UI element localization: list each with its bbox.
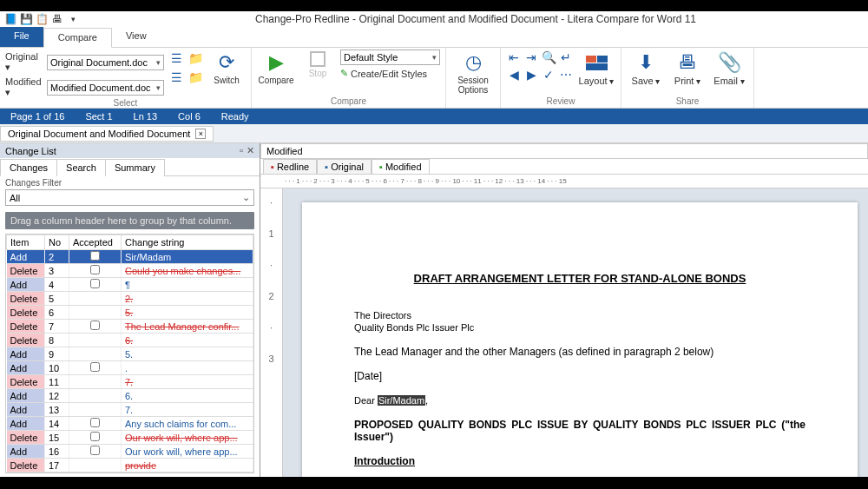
qat-dropdown-icon[interactable]: ▾ — [66, 12, 80, 26]
folder-icon-2[interactable]: 📁 — [187, 69, 204, 86]
save-icon[interactable]: 💾 — [19, 12, 33, 26]
original-icon: ▪ — [325, 162, 328, 172]
next-icon[interactable]: ▶ — [523, 67, 539, 83]
doc-para: The DirectorsQuality Bonds Plc Issuer Pl… — [354, 309, 806, 334]
view-redline[interactable]: ▪Redline — [263, 159, 317, 174]
select-group-label: Select — [114, 98, 138, 109]
goto-icon[interactable]: ↵ — [558, 50, 574, 65]
prev-change-icon[interactable]: ⇤ — [506, 50, 522, 65]
status-ready: Ready — [211, 111, 260, 122]
compare-group-label: Compare — [331, 96, 366, 108]
table-row[interactable]: Add2Sir/Madam — [7, 250, 253, 264]
print-button[interactable]: 🖶 Print ▾ — [668, 50, 707, 86]
accept-checkbox[interactable] — [90, 251, 100, 261]
tab-compare[interactable]: Compare — [43, 28, 112, 48]
doc-heading: DRAFT ARRANGEMENT LETTER FOR STAND-ALONE… — [354, 272, 806, 285]
accept-checkbox[interactable] — [90, 446, 100, 455]
download-icon: ⬇ — [635, 51, 657, 74]
changes-grid[interactable]: Item No Accepted Change string Add2Sir/M… — [5, 234, 254, 473]
col-no[interactable]: No — [45, 235, 69, 250]
doc-para: PROPOSED QUALITY BONDS PLC ISSUE BY QUAL… — [354, 419, 806, 443]
switch-icon: ⟳ — [215, 51, 238, 74]
modified-doc-select[interactable]: Modified Document.doc — [47, 80, 164, 96]
preview-header: Modified — [260, 143, 868, 159]
tab-search[interactable]: Search — [56, 159, 106, 176]
style-select[interactable]: Default Style — [340, 50, 440, 65]
status-sect: Sect 1 — [75, 111, 122, 122]
original-doc-select[interactable]: Original Document.doc — [47, 55, 164, 70]
tab-changes[interactable]: Changes — [0, 159, 57, 176]
gauge-icon: ◷ — [462, 51, 484, 74]
session-options-button[interactable]: ◷ Session Options — [451, 50, 495, 95]
share-group-label: Share — [676, 96, 700, 108]
stop-icon — [310, 51, 326, 67]
table-row[interactable]: Add126. — [7, 389, 253, 403]
preview-panel: Modified ▪Redline ▪Original ▪Modified · … — [260, 143, 868, 489]
review-nav: ⇤ ⇥ 🔍 ↵ ◀ ▶ ✓ ⋯ — [506, 50, 574, 83]
accept-checkbox[interactable] — [90, 362, 100, 372]
filter-select[interactable]: All — [5, 189, 254, 206]
table-row[interactable]: Add137. — [7, 403, 253, 417]
clipboard-icon[interactable]: 📋 — [35, 12, 49, 26]
accept-checkbox[interactable] — [90, 279, 100, 288]
accept-checkbox[interactable] — [90, 418, 100, 427]
table-row[interactable]: Delete117. — [7, 375, 253, 389]
doc-para: Introduction — [354, 455, 806, 467]
ribbon: Original ▾ Original Document.doc Modifie… — [0, 48, 868, 109]
document-tabs: Original Document and Modified Document … — [0, 124, 868, 143]
tab-view[interactable]: View — [112, 27, 161, 47]
window-title: Change-Pro Redline - Original Document a… — [83, 13, 868, 25]
print-icon[interactable]: 🖶 — [50, 12, 64, 26]
status-ln: Ln 13 — [123, 111, 168, 122]
table-row[interactable]: Add10. — [7, 361, 253, 375]
col-change[interactable]: Change string — [122, 235, 253, 250]
table-row[interactable]: Add14Any such claims for com... — [7, 417, 253, 431]
document-tab[interactable]: Original Document and Modified Document … — [0, 126, 214, 142]
more-icon[interactable]: ⋯ — [558, 67, 574, 83]
printer-icon: 🖶 — [676, 51, 699, 74]
view-original[interactable]: ▪Original — [317, 159, 372, 174]
compare-button[interactable]: ▶ Compare — [257, 50, 295, 85]
accept-checkbox[interactable] — [90, 432, 100, 441]
find-icon[interactable]: 🔍 — [541, 50, 556, 65]
document-page: DRAFT ARRANGEMENT LETTER FOR STAND-ALONE… — [302, 202, 858, 489]
redline-icon: ▪ — [271, 162, 274, 172]
accept-checkbox[interactable] — [90, 265, 100, 274]
table-row[interactable]: Delete15Our work will, where app... — [7, 431, 253, 445]
table-row[interactable]: Delete52. — [7, 292, 253, 306]
list-icon-2[interactable]: ☰ — [168, 69, 185, 86]
minimize-icon[interactable]: ▫ — [240, 145, 243, 156]
table-row[interactable]: Add95. — [7, 347, 253, 361]
stop-button[interactable]: Stop — [299, 50, 337, 78]
paperclip-icon: 📎 — [718, 51, 740, 74]
table-row[interactable]: Add16Our work will, where app... — [7, 445, 253, 459]
close-icon[interactable]: × — [195, 129, 206, 139]
tab-summary[interactable]: Summary — [105, 159, 165, 176]
table-row[interactable]: Delete3Could you make changes... — [7, 264, 253, 278]
list-icon[interactable]: ☰ — [168, 50, 185, 67]
table-row[interactable]: Delete86. — [7, 334, 253, 347]
folder-icon[interactable]: 📁 — [187, 50, 204, 67]
table-row[interactable]: Add4¶ — [7, 278, 253, 292]
next-change-icon[interactable]: ⇥ — [523, 50, 539, 65]
col-accepted[interactable]: Accepted — [69, 235, 122, 250]
email-button[interactable]: 📎 Email ▾ — [710, 50, 748, 86]
col-item[interactable]: Item — [7, 235, 45, 250]
layout-button[interactable]: Layout ▾ — [577, 50, 615, 86]
save-button[interactable]: ⬇ Save ▾ — [627, 50, 665, 86]
switch-button[interactable]: ⟳ Switch — [207, 50, 246, 85]
view-modified[interactable]: ▪Modified — [372, 159, 429, 174]
tab-file[interactable]: File — [0, 27, 43, 47]
pencil-icon: ✎ — [340, 68, 348, 79]
table-row[interactable]: Delete7The Lead Manager confir... — [7, 320, 253, 334]
filter-label: Changes Filter — [0, 176, 260, 189]
table-row[interactable]: Delete65. — [7, 306, 253, 320]
toggle-icon[interactable]: ✓ — [541, 67, 556, 83]
close-panel-icon[interactable]: ✕ — [247, 145, 254, 156]
table-row[interactable]: Delete17provide — [7, 459, 253, 472]
accept-checkbox[interactable] — [90, 320, 100, 330]
prev-icon[interactable]: ◀ — [506, 67, 522, 83]
status-col: Col 6 — [168, 111, 211, 122]
change-list-panel: Change List ▫ ✕ Changes Search Summary C… — [0, 143, 260, 489]
create-styles-button[interactable]: ✎ Create/Edit Styles — [340, 68, 440, 79]
